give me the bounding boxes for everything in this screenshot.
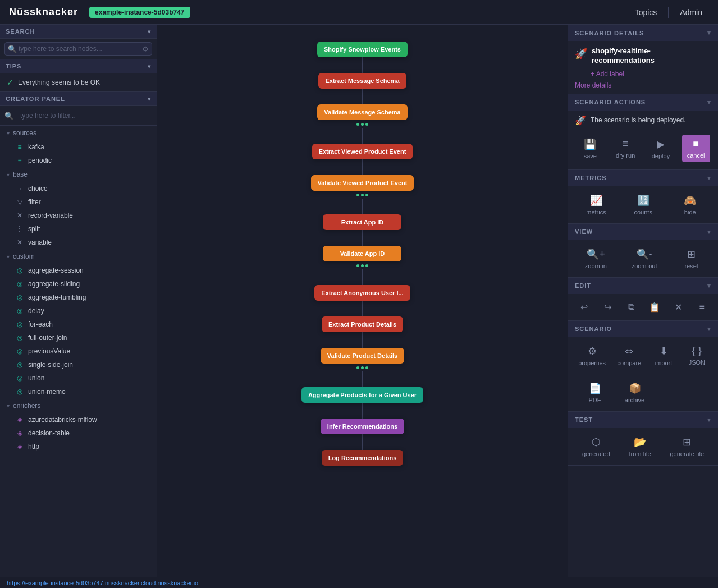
edit-header[interactable]: EDIT ▾ bbox=[568, 278, 718, 294]
node-validate-appid-box[interactable]: Validate App ID bbox=[323, 246, 401, 261]
node-extract-viewed-box[interactable]: Extract Viewed Product Event bbox=[312, 144, 413, 159]
tree-item-periodic[interactable]: ≡ periodic bbox=[0, 154, 157, 167]
hide-button[interactable]: 🙈 hide bbox=[675, 191, 706, 219]
tree-item-aggregate-sliding[interactable]: ◎ aggregate-sliding bbox=[0, 277, 157, 291]
json-button[interactable]: { } JSON bbox=[682, 342, 712, 370]
tree-item-variable[interactable]: ✕ variable bbox=[0, 236, 157, 249]
search-input[interactable] bbox=[4, 42, 152, 56]
tree-item-aggregate-session[interactable]: ◎ aggregate-session bbox=[0, 264, 157, 277]
generated-button[interactable]: ⬡ generated bbox=[578, 433, 615, 461]
enrichers-group-header[interactable]: ▾ enrichers bbox=[0, 398, 157, 413]
instance-badge[interactable]: example-instance-5d03b747 bbox=[89, 7, 190, 18]
node-extract-product-box[interactable]: Extract Product Details bbox=[322, 316, 403, 332]
filter-icon[interactable]: ⚙ bbox=[142, 45, 149, 53]
tree-item-delay[interactable]: ◎ delay bbox=[0, 304, 157, 318]
node-validate-message[interactable]: Validate Message Schema bbox=[317, 104, 407, 144]
compare-button[interactable]: ⇔ compare bbox=[612, 342, 646, 370]
node-extract-anon[interactable]: Extract Anonymous User I... bbox=[314, 285, 410, 316]
cancel-button[interactable]: ■ cancel bbox=[682, 135, 710, 162]
creator-filter-input[interactable] bbox=[16, 109, 152, 122]
tree-item-azuredatabricks[interactable]: ◈ azuredatabricks-mlflow bbox=[0, 413, 157, 426]
tree-item-record-variable[interactable]: ✕ record-variable bbox=[0, 209, 157, 222]
layout-button[interactable]: ≡ bbox=[692, 298, 712, 316]
node-aggregate-products[interactable]: Aggregate Products for a Given User bbox=[301, 387, 423, 419]
node-extract-product[interactable]: Extract Product Details bbox=[322, 316, 403, 348]
generate-file-button[interactable]: ⊞ generate file bbox=[665, 433, 708, 461]
node-validate-message-box[interactable]: Validate Message Schema bbox=[317, 104, 407, 120]
node-log-recommendations-box[interactable]: Log Recommendations bbox=[322, 450, 404, 466]
tree-item-http[interactable]: ◈ http bbox=[0, 440, 157, 453]
copy-button[interactable]: ⧉ bbox=[621, 298, 642, 316]
archive-button[interactable]: 📦 archive bbox=[619, 379, 650, 407]
node-validate-viewed[interactable]: Validate Viewed Product Event bbox=[311, 175, 414, 214]
node-log-recommendations[interactable]: Log Recommendations bbox=[322, 450, 404, 466]
node-extract-appid-box[interactable]: Extract App ID bbox=[323, 214, 401, 230]
node-shopify-snowplow[interactable]: Shopify Snowplow Events bbox=[317, 42, 408, 73]
node-aggregate-products-box[interactable]: Aggregate Products for a Given User bbox=[301, 387, 423, 403]
node-extract-appid[interactable]: Extract App ID bbox=[323, 214, 401, 246]
tree-item-filter[interactable]: ▽ filter bbox=[0, 195, 157, 209]
tree-item-single-side-join[interactable]: ◎ single-side-join bbox=[0, 358, 157, 371]
dry-run-button[interactable]: ≡ dry run bbox=[611, 135, 639, 162]
scenario-details-header[interactable]: SCENARIO DETAILS ▾ bbox=[568, 25, 718, 41]
logo[interactable]: Nüssknacker bbox=[9, 6, 78, 18]
more-details-button[interactable]: More details bbox=[568, 80, 718, 94]
paste-button[interactable]: 📋 bbox=[644, 298, 665, 316]
tree-item-full-outer-join[interactable]: ◎ full-outer-join bbox=[0, 331, 157, 344]
zoom-in-button[interactable]: 🔍+ zoom-in bbox=[579, 245, 612, 273]
deploy-button[interactable]: ▶ deploy bbox=[647, 135, 675, 163]
node-validate-product-box[interactable]: Validate Product Details bbox=[321, 348, 404, 364]
view-header[interactable]: VIEW ▾ bbox=[568, 224, 718, 240]
scenario-actions-header[interactable]: SCENARIO ACTIONS ▾ bbox=[568, 94, 718, 111]
reset-button[interactable]: ⊞ reset bbox=[676, 245, 707, 273]
node-validate-product[interactable]: Validate Product Details bbox=[321, 348, 404, 387]
search-box: 🔍 ⚙ bbox=[0, 39, 157, 59]
node-infer-recommendations-box[interactable]: Infer Recommendations bbox=[321, 419, 404, 434]
connector-9 bbox=[362, 332, 363, 348]
node-extract-message[interactable]: Extract Message Schema bbox=[318, 73, 406, 104]
pdf-button[interactable]: 📄 PDF bbox=[579, 379, 610, 407]
nav-admin[interactable]: Admin bbox=[673, 4, 709, 20]
tree-item-decision-table[interactable]: ◈ decision-table bbox=[0, 426, 157, 440]
node-validate-appid[interactable]: Validate App ID bbox=[323, 246, 401, 285]
metrics-button[interactable]: 📈 metrics bbox=[580, 191, 611, 219]
node-extract-viewed-label: Extract Viewed Product Event bbox=[319, 148, 406, 155]
zoom-out-button[interactable]: 🔍- zoom-out bbox=[626, 245, 663, 273]
tree-item-union-memo[interactable]: ◎ union-memo bbox=[0, 385, 157, 398]
node-extract-viewed[interactable]: Extract Viewed Product Event bbox=[312, 144, 413, 175]
sources-group-header[interactable]: ▾ sources bbox=[0, 126, 157, 140]
tips-arrow[interactable]: ▾ bbox=[148, 63, 151, 70]
from-file-button[interactable]: 📂 from file bbox=[624, 433, 655, 461]
tree-item-kafka[interactable]: ≡ kafka bbox=[0, 140, 157, 154]
canvas-area[interactable]: Shopify Snowplow Events Extract Message … bbox=[157, 25, 568, 577]
tree-item-choice[interactable]: → choice bbox=[0, 182, 157, 195]
node-infer-recommendations[interactable]: Infer Recommendations bbox=[321, 419, 404, 450]
node-shopify-snowplow-box[interactable]: Shopify Snowplow Events bbox=[317, 42, 408, 57]
compare-label: compare bbox=[617, 360, 641, 366]
redo-button[interactable]: ↪ bbox=[598, 298, 618, 316]
base-group-header[interactable]: ▾ base bbox=[0, 167, 157, 182]
search-arrow[interactable]: ▾ bbox=[148, 29, 151, 35]
node-extract-anon-box[interactable]: Extract Anonymous User I... bbox=[314, 285, 410, 301]
test-header[interactable]: TEST ▾ bbox=[568, 412, 718, 428]
nav-topics[interactable]: Topics bbox=[628, 4, 664, 20]
metrics-header[interactable]: METRICS ▾ bbox=[568, 170, 718, 186]
node-validate-viewed-box[interactable]: Validate Viewed Product Event bbox=[311, 175, 414, 191]
tree-item-previousvalue[interactable]: ◎ previousValue bbox=[0, 344, 157, 358]
import-button[interactable]: ⬇ import bbox=[648, 342, 679, 370]
creator-panel-arrow[interactable]: ▾ bbox=[148, 96, 151, 102]
tree-item-split[interactable]: ⋮ split bbox=[0, 222, 157, 236]
node-extract-message-box[interactable]: Extract Message Schema bbox=[318, 73, 406, 89]
tree-item-for-each[interactable]: ◎ for-each bbox=[0, 318, 157, 331]
undo-button[interactable]: ↩ bbox=[574, 298, 594, 316]
custom-group-header[interactable]: ▾ custom bbox=[0, 249, 157, 264]
scenario-section-header[interactable]: SCENARIO ▾ bbox=[568, 321, 718, 337]
save-button[interactable]: 💾 save bbox=[576, 135, 604, 163]
properties-button[interactable]: ⚙ properties bbox=[574, 342, 610, 370]
tree-item-aggregate-tumbling[interactable]: ◎ aggregate-tumbling bbox=[0, 291, 157, 304]
pdf-icon: 📄 bbox=[589, 382, 601, 394]
add-label-button[interactable]: + Add label bbox=[568, 68, 718, 80]
delete-button[interactable]: ✕ bbox=[668, 298, 688, 316]
tree-item-union[interactable]: ◎ union bbox=[0, 371, 157, 385]
counts-button[interactable]: 🔢 counts bbox=[628, 191, 658, 219]
